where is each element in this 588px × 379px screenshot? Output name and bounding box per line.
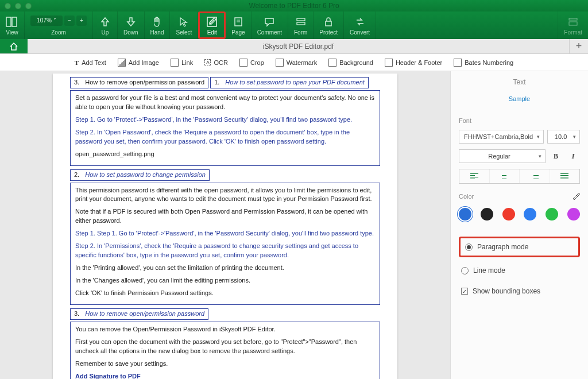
hand-icon — [151, 16, 164, 28]
paragraph-mode-radio[interactable]: Paragraph mode — [463, 239, 576, 254]
ocr-icon: A — [204, 59, 211, 65]
maximize-window-button[interactable] — [25, 3, 32, 9]
document-canvas[interactable]: 3.How to remove open/permission password… — [0, 71, 450, 379]
align-right-button[interactable] — [520, 169, 550, 183]
watermark-icon — [276, 59, 284, 67]
close-window-button[interactable] — [5, 3, 11, 9]
color-swatch[interactable] — [481, 208, 493, 221]
font-family-select[interactable]: FHHWST+Cambria,Bold — [459, 130, 544, 144]
svg-rect-1 — [12, 17, 17, 26]
down-button[interactable]: Down — [118, 11, 145, 39]
watermark-button[interactable]: Watermark — [271, 57, 322, 68]
sample-link[interactable]: Sample — [459, 95, 580, 102]
minimize-window-button[interactable] — [15, 3, 21, 9]
select-label: Select — [176, 29, 192, 36]
comment-icon — [263, 16, 276, 28]
up-button[interactable]: Up — [93, 11, 118, 39]
section-heading-2[interactable]: 2.How to set password to change permissi… — [70, 169, 210, 181]
view-button[interactable]: View — [0, 11, 25, 39]
pdf-page: 3.How to remove open/permission password… — [53, 74, 397, 379]
italic-button[interactable]: I — [566, 149, 580, 163]
hand-button[interactable]: Hand — [145, 11, 171, 39]
hand-label: Hand — [150, 29, 164, 36]
svg-rect-9 — [569, 18, 577, 20]
page-button[interactable]: Page — [226, 11, 251, 39]
home-tab[interactable] — [0, 39, 28, 53]
ocr-button[interactable]: AOCR — [200, 57, 233, 68]
window-title: Welcome to PDF Editor 6 Pro — [249, 2, 339, 10]
align-center-button[interactable] — [490, 169, 520, 183]
header-footer-icon — [385, 59, 393, 67]
show-bounding-boxes-checkbox[interactable]: ✓ Show bounding boxes — [459, 284, 580, 299]
background-icon — [328, 59, 336, 67]
svg-rect-0 — [6, 17, 11, 26]
convert-label: Convert — [350, 29, 370, 36]
form-button[interactable]: Form — [288, 11, 314, 39]
new-tab-button[interactable]: + — [570, 39, 588, 53]
arrow-up-icon — [99, 16, 111, 28]
svg-rect-7 — [297, 22, 305, 25]
lock-icon — [322, 16, 335, 28]
edit-subtoolbar: TAdd Text Add Image Link AOCR Crop Water… — [0, 54, 588, 71]
down-label: Down — [123, 29, 138, 36]
text-block[interactable]: This permission password is different wi… — [70, 183, 380, 305]
zoom-group: 107% ˅ − + Zoom — [25, 11, 93, 39]
form-label: Form — [294, 29, 307, 36]
select-button[interactable]: Select — [170, 11, 198, 39]
color-swatches — [459, 208, 580, 221]
protect-button[interactable]: Protect — [314, 11, 344, 39]
bates-numbering-button[interactable]: Bates Numbering — [449, 57, 518, 68]
zoom-label: Zoom — [51, 29, 66, 36]
toc-item[interactable]: 3.How to remove open/permission password — [70, 77, 208, 88]
eyedropper-icon[interactable] — [572, 192, 580, 200]
add-text-button[interactable]: TAdd Text — [70, 57, 111, 68]
line-mode-radio[interactable]: Line mode — [459, 263, 580, 278]
link-button[interactable]: Link — [166, 57, 198, 68]
paragraph-mode-highlight: Paragraph mode — [459, 237, 580, 257]
document-tab[interactable]: iSkysoft PDF Editor.pdf — [28, 39, 570, 53]
section-heading-3[interactable]: 3.How to remove open/permission password — [70, 308, 208, 320]
edit-label: Edit — [207, 29, 217, 36]
background-button[interactable]: Background — [324, 57, 378, 68]
zoom-select[interactable]: 107% ˅ — [30, 16, 63, 26]
font-weight-select[interactable]: Regular — [459, 149, 546, 163]
image-icon — [118, 59, 126, 67]
zoom-out-button[interactable]: − — [64, 16, 75, 26]
crop-button[interactable]: Crop — [235, 57, 269, 68]
text-block[interactable]: You can remove the Open/Permission Passw… — [70, 322, 380, 379]
comment-label: Comment — [257, 29, 282, 36]
color-swatch[interactable] — [546, 208, 558, 221]
page-label: Page — [231, 29, 245, 36]
add-image-button[interactable]: Add Image — [113, 57, 164, 68]
form-icon — [295, 16, 307, 28]
edit-icon — [206, 16, 218, 28]
color-swatch[interactable] — [567, 208, 580, 221]
header-footer-button[interactable]: Header & Footer — [380, 57, 447, 68]
link-icon — [171, 59, 179, 67]
color-swatch[interactable] — [502, 208, 515, 221]
color-section-label: Color — [459, 193, 474, 200]
format-label: Format — [564, 29, 582, 36]
crop-icon — [239, 59, 247, 67]
cursor-icon — [177, 16, 190, 28]
section-heading-1[interactable]: 1.How to set password to open your PDF d… — [210, 77, 369, 88]
svg-rect-6 — [297, 18, 305, 21]
align-left-button[interactable] — [459, 169, 490, 183]
font-section-label: Font — [459, 117, 580, 124]
convert-button[interactable]: Convert — [344, 11, 376, 39]
align-justify-button[interactable] — [550, 169, 580, 183]
page-icon — [232, 16, 245, 28]
bold-button[interactable]: B — [549, 149, 563, 163]
text-block[interactable]: Set a password for your file is a best a… — [70, 90, 380, 166]
color-swatch[interactable] — [459, 208, 471, 221]
zoom-in-button[interactable]: + — [76, 16, 87, 26]
comment-button[interactable]: Comment — [252, 11, 288, 39]
convert-icon — [354, 16, 366, 28]
protect-label: Protect — [319, 29, 338, 36]
edit-button[interactable]: Edit — [198, 11, 226, 39]
format-button[interactable]: Format — [558, 11, 588, 39]
radio-icon — [461, 267, 469, 274]
font-size-select[interactable]: 10.0 — [547, 130, 580, 144]
traffic-lights — [5, 3, 32, 9]
color-swatch[interactable] — [524, 208, 536, 221]
